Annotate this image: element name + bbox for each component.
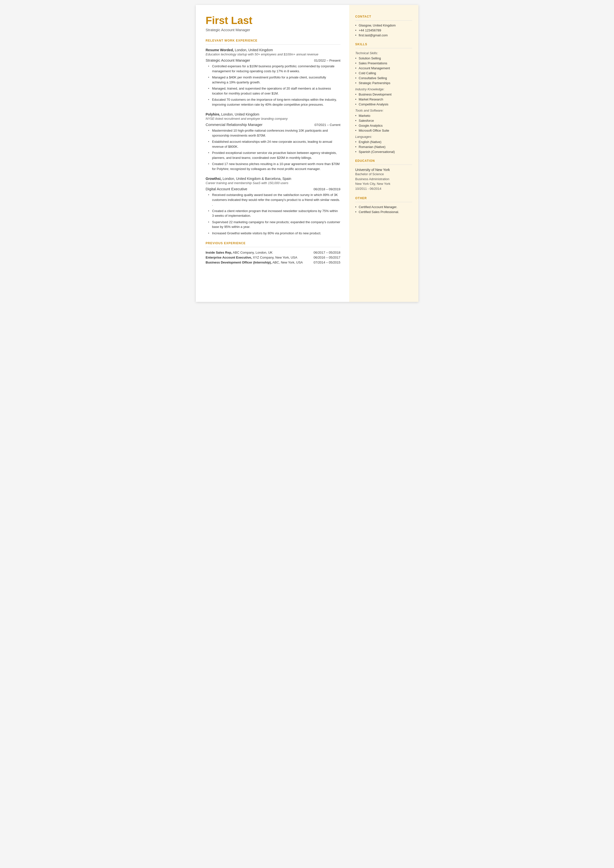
tool-skill-3: Microsoft Office Suite xyxy=(355,129,412,132)
tech-skill-1: Sales Presentations xyxy=(355,61,412,65)
divider-relevant-work xyxy=(206,44,341,45)
company-desc-1: NYSE-listed recruitment and employer bra… xyxy=(206,117,341,121)
divider-skills xyxy=(355,48,412,48)
job-block-0: Resume Worded, London, United Kingdom Ed… xyxy=(206,48,341,107)
education-block-0: University of New York Bachelor of Scien… xyxy=(355,168,412,191)
bullet-2-0: Received outstanding quality award based… xyxy=(208,193,341,207)
prev-job-title-2: Business Development Officer (Internship… xyxy=(206,261,303,264)
job-dates-2: 06/2018 – 09/2019 xyxy=(313,187,340,191)
job-dates-0: 01/2022 – Present xyxy=(314,59,340,62)
prev-job-row-2: Business Development Officer (Internship… xyxy=(206,261,341,264)
bullet-1-1: Established account relationships with 2… xyxy=(208,139,341,149)
prev-job-rest-0: ABC Company, London, UK xyxy=(232,251,273,255)
industry-label: Industry Knowledge: xyxy=(355,87,412,91)
edu-location-0: New York City, New York xyxy=(355,182,391,186)
bullet-2-3: Increased Growthsi website visitors by 8… xyxy=(208,231,341,236)
tech-skill-4: Consultative Selling xyxy=(355,76,412,80)
bullet-0-0: Controlled expenses for a $10M business … xyxy=(208,64,341,73)
bullet-0-1: Managed a $40K per month investment port… xyxy=(208,75,341,85)
contact-item-0: Glasgow, United Kingdom xyxy=(355,23,412,27)
bullet-2-2: Supervised 22 marketing campaigns for ne… xyxy=(208,220,341,229)
candidate-name: First Last xyxy=(206,15,341,26)
education-heading: EDUCATION xyxy=(355,159,412,163)
prev-job-rest-1: XYZ Company, New York, USA xyxy=(252,256,297,259)
tool-skill-0: Marketo xyxy=(355,114,412,118)
job-title-1: Commercial Relationship Manager xyxy=(206,123,263,127)
company-line-2: Growthsi, London, United Kingdom & Barce… xyxy=(206,177,341,181)
edu-uni-0: University of New York xyxy=(355,168,412,172)
bullet-0-3: Educated 70 customers on the importance … xyxy=(208,97,341,107)
bullet-1-2: Provided exceptional customer service vi… xyxy=(208,151,341,160)
company-line-1: Polyhire, London, United Kingdom xyxy=(206,112,341,116)
tools-label: Tools and Software: xyxy=(355,109,412,112)
company-location-1: London, United Kingdom xyxy=(220,112,259,116)
languages-list: English (Native) Romanian (Native) Spani… xyxy=(355,140,412,154)
company-name-0: Resume Worded, xyxy=(206,48,234,52)
prev-job-bold-2: Business Development Officer (Internship… xyxy=(206,261,272,264)
tech-skill-0: Solution Selling xyxy=(355,56,412,60)
previous-exp-table: Inside Sales Rep, ABC Company, London, U… xyxy=(206,251,341,264)
prev-job-title-1: Enterprise Account Executive, XYZ Compan… xyxy=(206,256,298,259)
prev-job-dates-0: 06/2017 – 05/2018 xyxy=(313,251,340,255)
tech-skill-3: Cold Calling xyxy=(355,71,412,75)
tool-skill-2: Google Analytics xyxy=(355,124,412,127)
relevant-work-heading: RELEVANT WORK EXPERIENCE xyxy=(206,39,341,42)
company-location-0: London, United Kingdom xyxy=(234,48,273,52)
bullet-0-2: Managed, trained, and supervised the ope… xyxy=(208,86,341,96)
edu-degree-text-0: Bachelor of Science xyxy=(355,172,384,176)
language-0: English (Native) xyxy=(355,140,412,144)
industry-skill-1: Market Research xyxy=(355,98,412,101)
job-header-0: Strategic Account Manager 01/2022 – Pres… xyxy=(206,58,341,62)
company-desc-2: Career training and membership SaaS with… xyxy=(206,181,341,185)
edu-degree-0: Bachelor of Science Business Administrat… xyxy=(355,172,412,191)
other-heading: OTHER xyxy=(355,196,412,200)
resume-container: First Last Strategic Account Manager REL… xyxy=(196,5,419,302)
job-title-2: Digital Account Executive xyxy=(206,187,247,191)
job-header-2: Digital Account Executive 06/2018 – 09/2… xyxy=(206,187,341,191)
divider-education xyxy=(355,165,412,165)
job-block-1: Polyhire, London, United Kingdom NYSE-li… xyxy=(206,112,341,171)
bullet-2-1: Created a client retention program that … xyxy=(208,209,341,218)
technical-label: Technical Skills: xyxy=(355,51,412,55)
divider-previous-exp xyxy=(206,247,341,247)
company-line-0: Resume Worded, London, United Kingdom xyxy=(206,48,341,52)
languages-label: Languages: xyxy=(355,135,412,138)
tool-skill-1: Salesforce xyxy=(355,119,412,123)
bullet-list-1: Masterminded 10 high-profile national co… xyxy=(206,128,341,171)
bullet-list-2: Received outstanding quality award based… xyxy=(206,193,341,236)
technical-skills-list: Solution Selling Sales Presentations Acc… xyxy=(355,56,412,85)
prev-job-bold-1: Enterprise Account Executive, xyxy=(206,256,252,259)
tech-skill-2: Account Management xyxy=(355,66,412,70)
contact-item-1: +44 123456789 xyxy=(355,28,412,32)
industry-skill-2: Competitive Analysis xyxy=(355,102,412,106)
edu-dates-0: 10/2011 - 06/2014 xyxy=(355,187,381,191)
company-location-2: London, United Kingdom & Barcelona, Spai… xyxy=(222,177,291,181)
tools-skills-list: Marketo Salesforce Google Analytics Micr… xyxy=(355,114,412,132)
prev-job-dates-2: 07/2014 – 05/2015 xyxy=(313,261,340,264)
language-2: Spanish (Conversational) xyxy=(355,150,412,154)
prev-job-row-1: Enterprise Account Executive, XYZ Compan… xyxy=(206,256,341,259)
bullet-list-0: Controlled expenses for a $10M business … xyxy=(206,64,341,107)
other-item-0: Certified Account Manager. xyxy=(355,205,412,209)
other-list: Certified Account Manager. Certified Sal… xyxy=(355,205,412,214)
job-dates-1: 07/2021 – Current xyxy=(315,123,341,127)
contact-item-2: first.last@gmail.com xyxy=(355,33,412,37)
job-header-1: Commercial Relationship Manager 07/2021 … xyxy=(206,123,341,127)
company-name-2: Growthsi, xyxy=(206,177,222,181)
bullet-1-3: Created 17 new business pitches resultin… xyxy=(208,161,341,171)
tech-skill-5: Strategic Partnerships xyxy=(355,81,412,85)
contact-list: Glasgow, United Kingdom +44 123456789 fi… xyxy=(355,23,412,37)
prev-job-row-0: Inside Sales Rep, ABC Company, London, U… xyxy=(206,251,341,255)
job-title-0: Strategic Account Manager xyxy=(206,58,250,62)
prev-job-rest-2: ABC, New York, USA xyxy=(272,261,303,264)
language-1: Romanian (Native) xyxy=(355,145,412,149)
prev-job-bold-0: Inside Sales Rep, xyxy=(206,251,232,255)
industry-skill-0: Business Development xyxy=(355,93,412,96)
job-block-2: Growthsi, London, United Kingdom & Barce… xyxy=(206,177,341,236)
right-column: CONTACT Glasgow, United Kingdom +44 1234… xyxy=(349,5,419,302)
candidate-title: Strategic Account Manager xyxy=(206,28,341,32)
previous-exp-heading: PREVIOUS EXPERIENCE xyxy=(206,242,341,245)
company-desc-0: Education technology startup with 50+ em… xyxy=(206,53,341,56)
other-item-1: Certified Sales Professional. xyxy=(355,210,412,214)
left-column: First Last Strategic Account Manager REL… xyxy=(196,5,349,302)
